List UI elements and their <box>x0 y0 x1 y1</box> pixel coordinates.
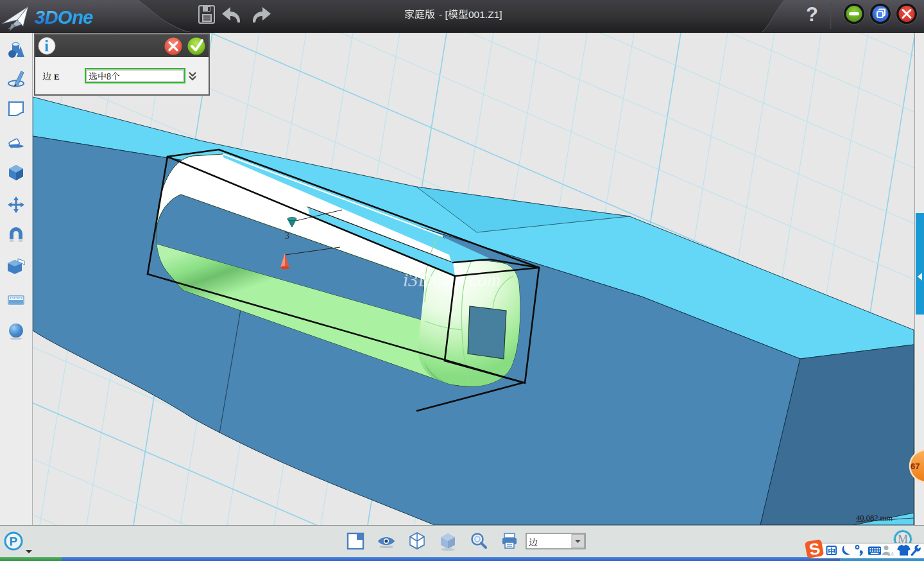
svg-text:- [: - [ <box>439 9 448 20</box>
svg-text:E: E <box>54 72 60 82</box>
svg-text:P: P <box>10 535 18 548</box>
svg-text:001.Z1]: 001.Z1] <box>468 9 502 20</box>
svg-text:3DOne: 3DOne <box>35 7 93 28</box>
svg-text:3: 3 <box>285 231 289 241</box>
svg-text:40.082 mm: 40.082 mm <box>856 514 893 522</box>
svg-text:8: 8 <box>107 72 111 82</box>
svg-text:i: i <box>44 37 49 55</box>
svg-text:?: ? <box>806 3 818 26</box>
svg-text:14: 14 <box>887 551 894 557</box>
svg-text:67: 67 <box>911 462 920 471</box>
